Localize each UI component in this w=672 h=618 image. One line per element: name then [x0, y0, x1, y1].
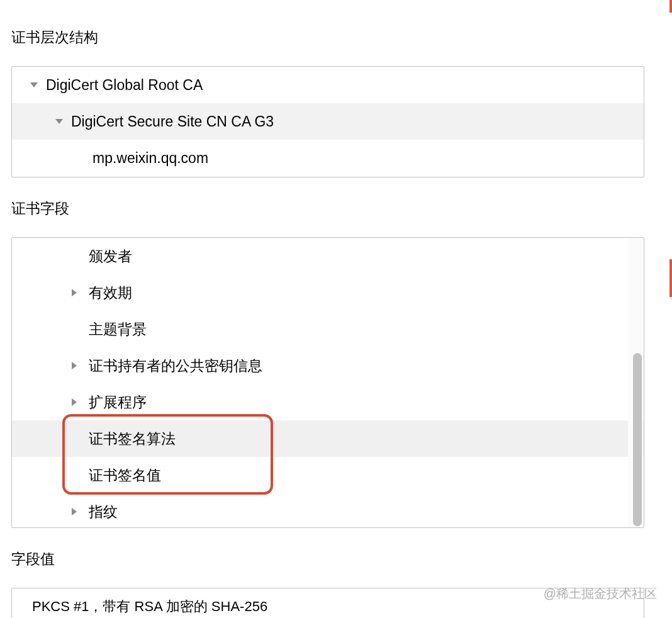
field-label: 扩展程序 — [89, 393, 147, 412]
watermark: @稀土掘金技术社区 — [544, 585, 657, 602]
svg-marker-4 — [72, 398, 77, 406]
svg-marker-2 — [72, 289, 77, 296]
field-label: 颁发者 — [89, 247, 132, 266]
chevron-right-icon[interactable] — [70, 361, 79, 370]
field-label: 指纹 — [89, 502, 118, 522]
field-row-fingerprint[interactable]: 指纹 — [12, 493, 644, 528]
field-label: 证书签名值 — [89, 466, 161, 485]
scrollbar-track[interactable] — [628, 239, 643, 527]
hierarchy-label: DigiCert Secure Site CN CA G3 — [71, 113, 274, 130]
field-label: 证书持有者的公共密钥信息 — [89, 356, 262, 376]
edge-decoration — [669, 0, 672, 13]
chevron-right-icon[interactable] — [70, 507, 79, 516]
field-label: 证书签名算法 — [89, 429, 176, 449]
svg-marker-1 — [55, 119, 63, 124]
field-row-subject[interactable]: 主题背景 — [12, 311, 644, 347]
field-label: 有效期 — [89, 283, 132, 303]
field-value-text: PKCS #1，带有 RSA 加密的 SHA-256 — [32, 598, 267, 614]
field-row-validity[interactable]: 有效期 — [12, 274, 644, 311]
fields-scroll[interactable]: 颁发者 有效期 主题背景 证书持有者的公共密钥信息 — [12, 238, 644, 527]
field-label: 主题背景 — [89, 320, 147, 339]
value-section-label: 字段值 — [11, 549, 661, 569]
field-row-sig-algo[interactable]: 证书签名算法 — [12, 420, 644, 457]
field-row-pubkey[interactable]: 证书持有者的公共密钥信息 — [12, 347, 644, 384]
svg-marker-3 — [72, 362, 77, 369]
hierarchy-label: mp.weixin.qq.com — [92, 150, 208, 167]
chevron-down-icon[interactable] — [30, 81, 38, 89]
field-row-sig-value[interactable]: 证书签名值 — [12, 457, 644, 493]
scrollbar-thumb[interactable] — [633, 353, 642, 526]
fields-section-label: 证书字段 — [11, 199, 661, 218]
hierarchy-row-root[interactable]: DigiCert Global Root CA — [12, 67, 644, 103]
hierarchy-row-intermediate[interactable]: DigiCert Secure Site CN CA G3 — [12, 103, 644, 140]
hierarchy-label: DigiCert Global Root CA — [46, 77, 203, 94]
edge-decoration — [669, 259, 672, 297]
hierarchy-panel: DigiCert Global Root CA DigiCert Secure … — [11, 66, 644, 177]
hierarchy-section-label: 证书层次结构 — [11, 28, 661, 47]
chevron-right-icon[interactable] — [70, 288, 79, 297]
svg-marker-5 — [72, 508, 77, 515]
field-row-extensions[interactable]: 扩展程序 — [12, 384, 644, 420]
fields-panel: 颁发者 有效期 主题背景 证书持有者的公共密钥信息 — [11, 237, 644, 528]
hierarchy-row-leaf[interactable]: mp.weixin.qq.com — [12, 140, 644, 176]
chevron-right-icon[interactable] — [70, 398, 79, 407]
field-row-issuer[interactable]: 颁发者 — [12, 238, 644, 274]
svg-marker-0 — [30, 82, 38, 87]
chevron-down-icon[interactable] — [55, 117, 64, 126]
